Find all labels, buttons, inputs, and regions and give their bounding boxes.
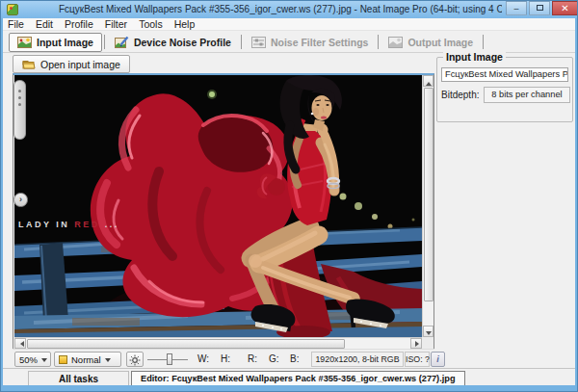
- tab-bar: Input Image Device Noise Profile Noise F…: [9, 32, 486, 52]
- scroll-up-button[interactable]: [423, 75, 434, 87]
- tab-noise-filter-settings: Noise Filter Settings: [244, 33, 377, 52]
- window-frame-left: [1, 18, 3, 386]
- tab-input-image[interactable]: Input Image: [9, 33, 102, 52]
- maximize-icon: [537, 5, 543, 11]
- scroll-right-button[interactable]: [410, 338, 422, 349]
- noise-filter-settings-icon: [251, 37, 266, 48]
- brightness-slider-handle[interactable]: [167, 353, 172, 365]
- title-bar: FсцукBest Mixed Wallpapers Pack #355-356…: [1, 1, 578, 18]
- close-button[interactable]: ✕: [552, 1, 578, 15]
- view-mode-value: Normal: [71, 354, 101, 365]
- panel-drag-handle[interactable]: [13, 80, 26, 140]
- chevron-down-icon: [105, 358, 111, 365]
- input-image-group: Input Image FсцукBest Mixed Wallpapers P…: [436, 57, 573, 122]
- folder-icon: [22, 59, 36, 69]
- caption-red: RED: [74, 220, 100, 229]
- output-image-icon: [388, 37, 403, 48]
- info-button[interactable]: i: [431, 352, 445, 367]
- menu-bar: File Edit Profile Filter Tools Help: [2, 18, 578, 31]
- expand-panel-button[interactable]: ›: [13, 193, 28, 207]
- tab-output-image: Output Image: [381, 33, 481, 52]
- green-label: G:: [269, 353, 279, 364]
- bottom-toolbar: 50% Normal W: H: R: G: B: 1920x1200, 8-b…: [13, 349, 434, 367]
- status-bar: All tasks Editor: FсцукBest Mixed Wallpa…: [2, 368, 578, 386]
- vertical-scrollbar[interactable]: [422, 75, 434, 337]
- tab-separator: [241, 35, 242, 49]
- brightness-button[interactable]: [126, 352, 144, 367]
- vertical-scroll-thumb[interactable]: [424, 88, 434, 301]
- menu-profile[interactable]: Profile: [59, 18, 99, 31]
- horizontal-scroll-thumb[interactable]: [27, 339, 345, 349]
- menu-file[interactable]: File: [2, 18, 30, 31]
- group-title: Input Image: [443, 51, 506, 63]
- tab-separator: [483, 35, 484, 49]
- iso-cell: ISO: ?: [405, 352, 430, 367]
- open-button-label: Open input image: [40, 59, 120, 70]
- photo-preview: [14, 75, 422, 337]
- caption-white: LADY IN: [18, 220, 74, 229]
- window-title: FсцукBest Mixed Wallpapers Pack #355-356…: [59, 1, 502, 18]
- maximize-button[interactable]: [529, 1, 550, 15]
- menu-filter[interactable]: Filter: [99, 18, 133, 31]
- view-mode-swatch-icon: [59, 355, 67, 364]
- tab-label: Noise Filter Settings: [271, 37, 369, 48]
- caption-dots: ...: [100, 220, 119, 229]
- view-mode-dropdown[interactable]: Normal: [54, 352, 121, 367]
- app-logo-icon: [7, 4, 18, 15]
- tab-label: Input Image: [37, 37, 93, 48]
- minimize-button[interactable]: –: [506, 1, 527, 15]
- app-window: FсцукBest Mixed Wallpapers Pack #355-356…: [0, 0, 578, 392]
- width-label: W:: [197, 353, 209, 364]
- scrollbar-corner: [422, 337, 434, 349]
- red-label: R:: [248, 353, 257, 364]
- tab-label: Output Image: [407, 37, 473, 48]
- image-canvas[interactable]: LADY IN RED ...: [14, 75, 422, 337]
- window-frame-right: [575, 18, 577, 386]
- window-frame-bottom: [1, 385, 577, 392]
- menu-tools[interactable]: Tools: [133, 18, 169, 31]
- device-noise-profile-icon: [115, 37, 129, 48]
- height-label: H:: [221, 353, 230, 364]
- tab-label: Device Noise Profile: [134, 37, 231, 48]
- zoom-value: 50%: [19, 354, 38, 365]
- input-image-icon: [17, 37, 32, 48]
- bitdepth-value: 8 bits per channel: [484, 87, 570, 103]
- tab-separator: [104, 35, 105, 49]
- tab-separator: [378, 35, 379, 49]
- photo-caption: LADY IN RED ...: [18, 220, 119, 229]
- image-info-cell: 1920x1200, 8-bit RGB: [311, 352, 404, 367]
- zoom-dropdown[interactable]: 50%: [14, 352, 51, 367]
- scroll-left-button[interactable]: [14, 338, 26, 349]
- open-input-image-button[interactable]: Open input image: [13, 55, 130, 73]
- horizontal-scrollbar[interactable]: [14, 337, 422, 349]
- filename-field[interactable]: FсцукBest Mixed Wallpapers Pack #355-356…: [441, 67, 568, 82]
- all-tasks-tab[interactable]: All tasks: [28, 371, 129, 386]
- tab-device-noise-profile[interactable]: Device Noise Profile: [107, 33, 239, 52]
- menu-help[interactable]: Help: [169, 18, 201, 31]
- menu-edit[interactable]: Edit: [30, 18, 59, 31]
- sun-icon: [129, 354, 141, 366]
- chevron-down-icon: [41, 358, 47, 365]
- scroll-down-button[interactable]: [423, 326, 434, 337]
- bitdepth-label: Bitdepth:: [441, 90, 479, 100]
- editor-tab[interactable]: Editor: FсцукBest Mixed Wallpapers Pack …: [131, 371, 465, 386]
- blue-label: B:: [290, 353, 299, 364]
